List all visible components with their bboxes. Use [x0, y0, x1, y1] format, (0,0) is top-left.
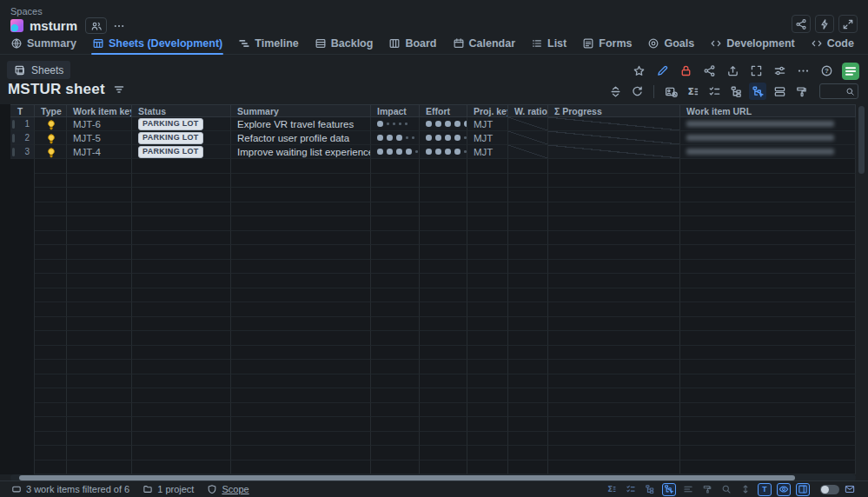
empty-row[interactable]	[10, 446, 856, 461]
visibility-toggle[interactable]	[777, 483, 791, 496]
progress-cell[interactable]	[548, 145, 680, 159]
effort-cell[interactable]	[420, 117, 467, 131]
favorite-button[interactable]	[631, 63, 647, 79]
fullscreen-window-button[interactable]	[838, 15, 858, 33]
tab-on-call[interactable]: On-call	[863, 33, 868, 54]
tab-sheets-development[interactable]: Sheets (Development)	[85, 33, 229, 54]
sum-button[interactable]: Σ	[684, 83, 701, 100]
tab-calendar[interactable]: Calendar	[446, 33, 523, 54]
edit-button[interactable]	[654, 63, 671, 79]
export-button[interactable]	[725, 63, 741, 79]
summary-cell[interactable]: Improve waiting list experience	[231, 145, 371, 159]
column-header-progress[interactable]: Σ Progress	[548, 105, 680, 116]
sort-button[interactable]	[606, 83, 624, 100]
weighted-ratio-cell[interactable]	[508, 117, 548, 131]
empty-row[interactable]	[10, 317, 856, 332]
status-cell[interactable]: PARKING LOT	[132, 145, 231, 159]
checklist-button[interactable]	[706, 83, 723, 100]
sum-toggle[interactable]: Σ	[605, 483, 619, 496]
work-item-key-cell[interactable]: MJT-5	[67, 131, 132, 145]
lock-button[interactable]	[678, 63, 694, 79]
drag-handle[interactable]	[12, 134, 15, 142]
density-toggle[interactable]	[681, 483, 695, 496]
empty-row[interactable]	[10, 432, 856, 447]
work-item-url-cell[interactable]	[680, 117, 856, 131]
tab-timeline[interactable]: Timeline	[231, 33, 305, 54]
sheets-app-logo[interactable]	[842, 63, 858, 79]
empty-row[interactable]	[10, 302, 856, 317]
empty-row[interactable]	[10, 461, 856, 475]
column-header-url[interactable]: Work item URL	[680, 105, 856, 116]
members-button[interactable]	[85, 17, 107, 34]
column-header-impact[interactable]: Impact	[371, 105, 420, 116]
sheet-more-button[interactable]	[795, 63, 812, 79]
empty-row[interactable]	[10, 331, 856, 346]
tree-select-button[interactable]	[749, 83, 766, 100]
empty-row[interactable]	[10, 260, 856, 275]
work-item-url-cell[interactable]	[680, 145, 856, 159]
refresh-button[interactable]	[628, 83, 646, 100]
empty-row[interactable]	[10, 159, 856, 174]
preview-toggle[interactable]	[820, 485, 839, 494]
checklist-toggle[interactable]	[624, 483, 638, 496]
empty-row[interactable]	[10, 188, 856, 202]
empty-row[interactable]	[10, 374, 856, 389]
view-settings-button[interactable]	[772, 63, 788, 79]
empty-row[interactable]	[10, 174, 856, 189]
weighted-ratio-cell[interactable]	[508, 131, 548, 145]
automation-button[interactable]	[815, 15, 834, 33]
mail-icon[interactable]	[843, 483, 857, 496]
empty-row[interactable]	[10, 403, 856, 418]
empty-row[interactable]	[10, 417, 856, 432]
tab-code[interactable]: Code	[804, 33, 861, 54]
column-header-effort[interactable]: Effort	[420, 105, 467, 116]
project-key-cell[interactable]: MJT	[467, 145, 508, 159]
work-item-key-cell[interactable]: MJT-4	[67, 145, 132, 159]
drag-handle[interactable]	[12, 120, 15, 129]
column-header-gutter[interactable]: T	[10, 105, 35, 116]
breadcrumb[interactable]: Spaces	[10, 6, 43, 17]
progress-cell[interactable]	[548, 117, 680, 131]
filter-toggle[interactable]: T	[758, 483, 772, 496]
status-cell[interactable]: PARKING LOT	[132, 131, 231, 145]
help-button[interactable]: ?	[818, 63, 835, 79]
empty-row[interactable]	[10, 346, 856, 361]
row-size-toggle[interactable]	[739, 483, 752, 496]
search-toggle[interactable]	[719, 483, 733, 496]
filter-lines-icon[interactable]	[113, 83, 125, 96]
hierarchy-button[interactable]	[727, 83, 745, 100]
column-header-proj[interactable]: Proj. key	[467, 105, 508, 116]
column-header-key[interactable]: Work item key	[67, 105, 132, 116]
row-height-button[interactable]	[771, 83, 788, 100]
column-header-type[interactable]: Type	[35, 105, 67, 116]
drag-handle[interactable]	[12, 148, 15, 156]
share-sheet-button[interactable]	[701, 63, 718, 79]
fullscreen-sheet-button[interactable]	[748, 63, 765, 79]
impact-cell[interactable]	[371, 131, 420, 145]
status-1-project[interactable]: 1 project	[142, 484, 194, 494]
tab-board[interactable]: Board	[381, 33, 443, 54]
effort-cell[interactable]	[420, 145, 467, 159]
project-key-cell[interactable]: MJT	[467, 117, 508, 131]
format-toggle[interactable]	[700, 483, 714, 496]
empty-row[interactable]	[10, 231, 856, 246]
impact-cell[interactable]	[371, 117, 420, 131]
summary-cell[interactable]: Refactor user profile data	[231, 131, 371, 145]
project-key-cell[interactable]: MJT	[467, 131, 508, 145]
empty-row[interactable]	[10, 216, 856, 231]
progress-cell[interactable]	[548, 131, 680, 145]
tab-list[interactable]: List	[524, 33, 573, 54]
sheets-menu-button[interactable]: Sheets	[7, 61, 70, 79]
empty-row[interactable]	[10, 360, 856, 374]
tab-development[interactable]: Development	[703, 33, 802, 54]
status-3-work-items-filtered-of-6[interactable]: 3 work items filtered of 6	[11, 484, 129, 494]
hierarchy-toggle[interactable]	[643, 483, 657, 496]
status-scope[interactable]: Scope	[207, 484, 248, 494]
side-panel-toggle[interactable]	[796, 483, 810, 496]
sheet-search-input[interactable]	[824, 87, 845, 96]
tree-select-toggle[interactable]	[662, 483, 676, 496]
tab-goals[interactable]: Goals	[640, 33, 701, 54]
format-paint-button[interactable]	[792, 83, 810, 100]
project-more-button[interactable]	[110, 17, 128, 34]
work-item-key-cell[interactable]: MJT-6	[67, 117, 132, 131]
